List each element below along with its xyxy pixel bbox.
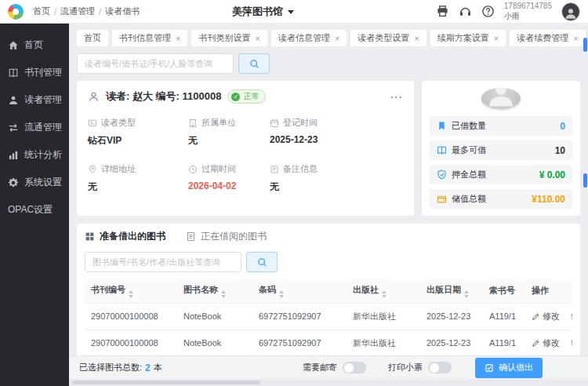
- breadcrumb-circulation[interactable]: 流通管理: [60, 5, 95, 17]
- stat-value: ¥110.00: [532, 194, 565, 205]
- col-pub-date[interactable]: 出版日期: [420, 279, 483, 303]
- sidebar-item-label: 系统设置: [24, 176, 62, 189]
- cell-book-name: NoteBook: [177, 330, 252, 356]
- status-label: 正常: [243, 91, 259, 102]
- field-value: 无: [88, 180, 188, 194]
- breadcrumb-separator: /: [99, 7, 101, 16]
- sidebar-item-settings[interactable]: 系统设置: [0, 169, 69, 196]
- reader-card-header: 读者: 赵大 编号: 1100008 ✓ 正常 ···: [88, 89, 403, 104]
- close-icon[interactable]: ×: [494, 34, 499, 43]
- tab-reader-renewal[interactable]: 读者续费管理 ×: [510, 30, 585, 46]
- field-value: 钻石VIP: [88, 134, 188, 147]
- sidebar-item-opac[interactable]: OPAC设置: [0, 196, 69, 224]
- help-icon[interactable]: [481, 5, 495, 18]
- open-book-icon: [437, 145, 447, 155]
- tab-reader-info[interactable]: 读者信息管理 ×: [271, 30, 347, 46]
- borrow-action-bar: 已选择图书总数: 2 本 需要邮寄 打印小票 确认借出: [69, 355, 588, 379]
- cell-call-number: A119/1: [483, 303, 525, 330]
- wallet-icon: [437, 194, 447, 204]
- sidebar: 首页 书刊管理 读者管理 流通管理 统计分析: [0, 24, 69, 386]
- table-row[interactable]: 29070000100008 NoteBook 6972751092907 新华…: [85, 303, 572, 330]
- close-icon[interactable]: ×: [335, 34, 339, 43]
- status-badge: ✓ 正常: [227, 89, 266, 104]
- field-reader-type: 读者类型 钻石VIP: [88, 117, 188, 147]
- sidebar-item-books[interactable]: 书刊管理: [0, 59, 69, 86]
- tab-book-info[interactable]: 书刊信息管理 ×: [112, 30, 187, 46]
- close-icon[interactable]: ×: [176, 34, 180, 43]
- confirm-borrow-button[interactable]: 确认借出: [475, 358, 543, 378]
- stat-stored-value: 储值总额 ¥110.00: [430, 189, 572, 209]
- library-name-dropdown[interactable]: 美萍图书馆: [232, 0, 294, 24]
- delete-book-link[interactable]: 删除: [570, 337, 572, 349]
- support-headset-icon[interactable]: [459, 5, 472, 18]
- sort-icon[interactable]: [129, 290, 133, 298]
- col-call-number[interactable]: 索书号: [483, 279, 525, 303]
- clock-icon: [188, 165, 198, 174]
- sort-icon[interactable]: [464, 290, 469, 298]
- sidebar-item-readers[interactable]: 读者管理: [0, 86, 69, 114]
- user-avatar[interactable]: [561, 2, 580, 21]
- sidebar-item-circulation[interactable]: 流通管理: [0, 114, 69, 141]
- more-options-button[interactable]: ···: [390, 91, 403, 103]
- tab-books-borrowing[interactable]: 正在借阅的图书: [186, 230, 267, 245]
- pencil-icon: [532, 339, 540, 348]
- top-header: 首页 / 流通管理 / 读者借书 美萍图书馆: [0, 0, 588, 24]
- horizontal-scrollbar[interactable]: [69, 379, 588, 386]
- sort-icon[interactable]: [221, 290, 226, 298]
- print-toggle[interactable]: [428, 362, 452, 373]
- breadcrumb-home[interactable]: 首页: [33, 5, 50, 17]
- col-book-id[interactable]: 书刊编号: [85, 279, 177, 303]
- reader-person-icon: [8, 95, 19, 106]
- document-list-icon: [186, 231, 196, 242]
- table-row[interactable]: 29070000100008 NoteBook 6972751092907 新华…: [85, 330, 572, 356]
- chevron-down-icon: [288, 10, 294, 14]
- mail-toggle[interactable]: [343, 362, 366, 373]
- reader-outline-icon: [88, 91, 100, 103]
- edit-book-link[interactable]: 修改: [532, 337, 560, 349]
- delete-book-link[interactable]: 删除: [570, 311, 572, 322]
- cell-barcode: 6972751092907: [252, 303, 347, 330]
- close-icon[interactable]: ×: [414, 34, 419, 43]
- reader-search-input[interactable]: [77, 53, 234, 74]
- pencil-icon: [532, 312, 540, 321]
- vertical-scrollbar-thumb[interactable]: [583, 38, 587, 52]
- borrow-book-icon: [485, 363, 494, 373]
- sidebar-item-label: 读者管理: [24, 93, 62, 107]
- cell-publisher: 新华出版社: [347, 303, 420, 330]
- close-icon[interactable]: ×: [255, 34, 260, 43]
- note-icon: [270, 165, 279, 174]
- edit-book-link[interactable]: 修改: [532, 311, 560, 322]
- close-icon[interactable]: ×: [573, 34, 578, 43]
- reader-avatar: [481, 88, 521, 109]
- tab-book-category[interactable]: 书刊类别设置 ×: [191, 30, 267, 46]
- tab-books-to-borrow[interactable]: 准备借出的图书: [85, 230, 165, 245]
- workspace-tab-bar: 首页 书刊信息管理 × 书刊类别设置 × 读者信息管理 × 读者类型设置 × 续…: [77, 30, 580, 46]
- tab-reader-type[interactable]: 读者类型设置 ×: [350, 30, 426, 46]
- cell-book-name: NoteBook: [177, 303, 252, 330]
- mail-label: 需要邮寄: [303, 362, 337, 373]
- col-book-name[interactable]: 图书名称: [177, 279, 252, 303]
- printer-icon[interactable]: [436, 5, 449, 18]
- cell-publisher: 新华出版社: [347, 330, 420, 356]
- book-search-input[interactable]: [85, 252, 241, 272]
- vertical-scrollbar-thumb[interactable]: [583, 173, 587, 188]
- tab-renewal-plan[interactable]: 续期方案设置 ×: [430, 30, 506, 46]
- stat-label: 储值总额: [452, 193, 486, 205]
- stat-max-borrow: 最多可借 10: [430, 140, 572, 160]
- sidebar-item-home[interactable]: 首页: [0, 31, 69, 59]
- trash-icon: [570, 339, 572, 348]
- exchange-arrows-icon: [8, 122, 19, 133]
- cell-actions: 修改 删除: [525, 330, 572, 356]
- tab-home[interactable]: 首页: [77, 30, 108, 46]
- sort-icon[interactable]: [382, 290, 387, 298]
- reader-panels: 读者: 赵大 编号: 1100008 ✓ 正常 ··· 读者类型: [77, 81, 580, 216]
- sort-icon[interactable]: [279, 290, 284, 298]
- col-actions: 操作: [525, 279, 572, 303]
- book-search-button[interactable]: [246, 252, 278, 272]
- horizontal-scrollbar-thumb[interactable]: [72, 381, 260, 384]
- field-value: 无: [270, 180, 403, 194]
- col-barcode[interactable]: 条码: [252, 279, 347, 303]
- sidebar-item-statistics[interactable]: 统计分析: [0, 141, 69, 169]
- reader-search-button[interactable]: [238, 53, 270, 74]
- col-publisher[interactable]: 出版社: [347, 279, 420, 303]
